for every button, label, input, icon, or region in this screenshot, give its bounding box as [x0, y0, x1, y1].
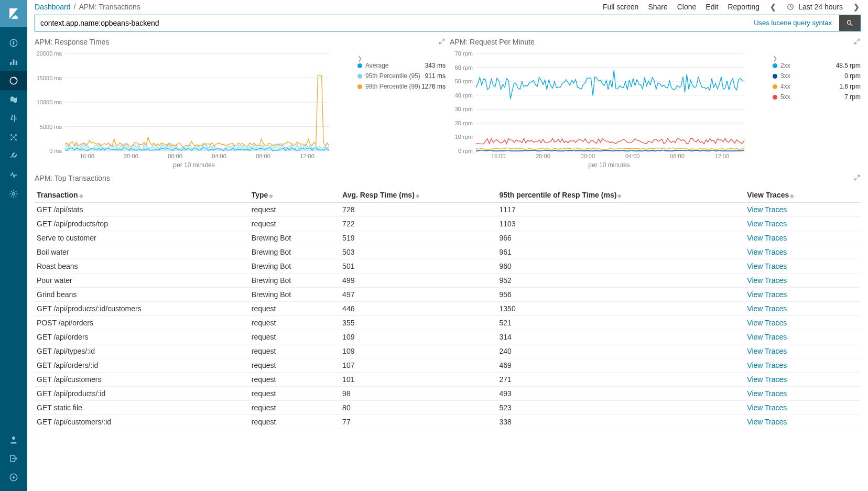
view-traces-link[interactable]: View Traces: [747, 220, 787, 228]
nav-user[interactable]: [0, 430, 27, 449]
fullscreen-button[interactable]: Full screen: [603, 3, 638, 11]
svg-point-14: [847, 20, 851, 24]
breadcrumb-root[interactable]: Dashboard: [35, 3, 71, 11]
nav-management[interactable]: [0, 184, 27, 203]
panel-expand-button[interactable]: [438, 38, 446, 47]
cell-type: Brewing Bot: [249, 288, 340, 302]
query-submit-button[interactable]: [839, 15, 860, 31]
cell-traces: View Traces: [745, 288, 861, 302]
view-traces-link[interactable]: View Traces: [747, 403, 787, 412]
cell-type: request: [249, 401, 340, 415]
query-syntax-hint[interactable]: Uses lucene query syntax: [746, 15, 839, 31]
legend-name: 4xx: [780, 83, 839, 90]
legend-item[interactable]: 99th Percentile (99)1276 ms: [357, 83, 446, 90]
svg-text:0 ms: 0 ms: [49, 148, 62, 154]
cell-traces: View Traces: [745, 401, 861, 415]
legend-toggle[interactable]: ❯: [773, 55, 779, 61]
svg-text:20000 ms: 20000 ms: [37, 50, 62, 57]
cell-transaction: Grind beans: [35, 288, 249, 302]
share-button[interactable]: Share: [648, 3, 667, 11]
time-next-button[interactable]: ❯: [852, 3, 861, 11]
cell-avg: 446: [340, 302, 497, 316]
cell-avg: 109: [340, 344, 497, 358]
col-avg[interactable]: Avg. Resp Time (ms)◆: [340, 188, 497, 203]
col-traces[interactable]: View Traces◆: [745, 188, 861, 203]
expand-icon: [438, 38, 446, 45]
nav-graph[interactable]: [0, 128, 27, 147]
view-traces-link[interactable]: View Traces: [747, 418, 787, 426]
panel-expand-button[interactable]: [853, 38, 861, 47]
panel-title: APM: Top Transactions: [35, 174, 110, 182]
table-row: GET /api/products/:id/customersrequest44…: [35, 302, 861, 316]
svg-text:08:00: 08:00: [256, 153, 270, 159]
cell-avg: 98: [340, 387, 497, 401]
view-traces-link[interactable]: View Traces: [747, 262, 787, 270]
view-traces-link[interactable]: View Traces: [747, 375, 787, 384]
nav-devtools[interactable]: [0, 147, 27, 166]
cell-traces: View Traces: [745, 217, 861, 231]
sort-icon: ◆: [790, 193, 794, 199]
nav-visualize[interactable]: [0, 52, 27, 71]
query-input[interactable]: [35, 15, 746, 31]
response-time-chart[interactable]: 0 ms5000 ms10000 ms15000 ms20000 ms16:00…: [35, 50, 333, 160]
view-traces-link[interactable]: View Traces: [747, 389, 787, 398]
nav-collapse[interactable]: [0, 468, 27, 487]
svg-text:16:00: 16:00: [80, 153, 94, 159]
cell-type: Brewing Bot: [249, 245, 340, 259]
col-type[interactable]: Type◆: [249, 188, 340, 203]
legend-item[interactable]: 3xx0 rpm: [773, 72, 861, 80]
view-traces-link[interactable]: View Traces: [747, 248, 787, 256]
time-range[interactable]: Last 24 hours: [787, 3, 843, 11]
legend-item[interactable]: 5xx7 rpm: [773, 93, 861, 101]
nav-timelion[interactable]: [0, 90, 27, 109]
table-row: GET /api/customersrequest101271View Trac…: [35, 373, 861, 387]
legend-item[interactable]: 2xx48.5 rpm: [773, 62, 861, 69]
nav-discover[interactable]: [0, 34, 27, 52]
nav-apm[interactable]: [0, 109, 27, 128]
panel-expand-button[interactable]: [853, 174, 861, 183]
panel-title: APM: Response Times: [35, 38, 109, 46]
cell-traces: View Traces: [745, 358, 861, 373]
view-traces-link[interactable]: View Traces: [747, 290, 787, 299]
view-traces-link[interactable]: View Traces: [747, 333, 787, 341]
svg-text:00:00: 00:00: [168, 153, 182, 159]
col-p95[interactable]: 95th percentile of Resp Time (ms)◆: [497, 188, 745, 203]
cell-p95: 952: [497, 274, 745, 288]
legend-item[interactable]: 4xx1.6 rpm: [773, 83, 861, 90]
svg-text:10000 ms: 10000 ms: [37, 99, 62, 105]
cell-p95: 966: [497, 231, 745, 245]
legend-toggle[interactable]: ❯: [357, 55, 364, 61]
cell-transaction: GET /api/stats: [35, 203, 249, 217]
cell-p95: 271: [497, 373, 745, 387]
legend-item[interactable]: Average343 ms: [357, 62, 446, 69]
cell-type: request: [249, 203, 340, 217]
nav-dashboard[interactable]: [0, 71, 27, 90]
col-transaction[interactable]: Transaction◆: [35, 188, 249, 203]
view-traces-link[interactable]: View Traces: [747, 205, 787, 214]
view-traces-link[interactable]: View Traces: [747, 347, 787, 355]
nav-logout[interactable]: [0, 449, 27, 468]
view-traces-link[interactable]: View Traces: [747, 304, 787, 313]
breadcrumb-current: APM: Transactions: [79, 3, 140, 11]
kibana-logo[interactable]: [0, 0, 27, 27]
clone-button[interactable]: Clone: [677, 3, 697, 11]
chart-sublabel: per 10 minutes: [35, 161, 353, 169]
cell-p95: 1117: [497, 203, 745, 217]
legend-item[interactable]: 95th Percentile (95)911 ms: [357, 72, 446, 80]
table-row: GET static filerequest80523View Traces: [35, 401, 861, 415]
view-traces-link[interactable]: View Traces: [747, 361, 787, 369]
cell-avg: 355: [340, 316, 497, 330]
reporting-button[interactable]: Reporting: [728, 3, 760, 11]
cell-avg: 107: [340, 358, 497, 373]
edit-button[interactable]: Edit: [706, 3, 718, 11]
svg-text:20 rpm: 20 rpm: [455, 120, 473, 126]
rpm-chart[interactable]: 0 rpm10 rpm20 rpm30 rpm40 rpm50 rpm60 rp…: [450, 50, 748, 160]
view-traces-link[interactable]: View Traces: [747, 319, 787, 327]
cell-avg: 499: [340, 274, 497, 288]
time-prev-button[interactable]: ❮: [769, 3, 777, 11]
legend-dot: [357, 63, 362, 68]
view-traces-link[interactable]: View Traces: [747, 234, 787, 242]
view-traces-link[interactable]: View Traces: [747, 276, 787, 285]
cell-p95: 493: [497, 387, 745, 401]
nav-monitoring[interactable]: [0, 166, 27, 184]
